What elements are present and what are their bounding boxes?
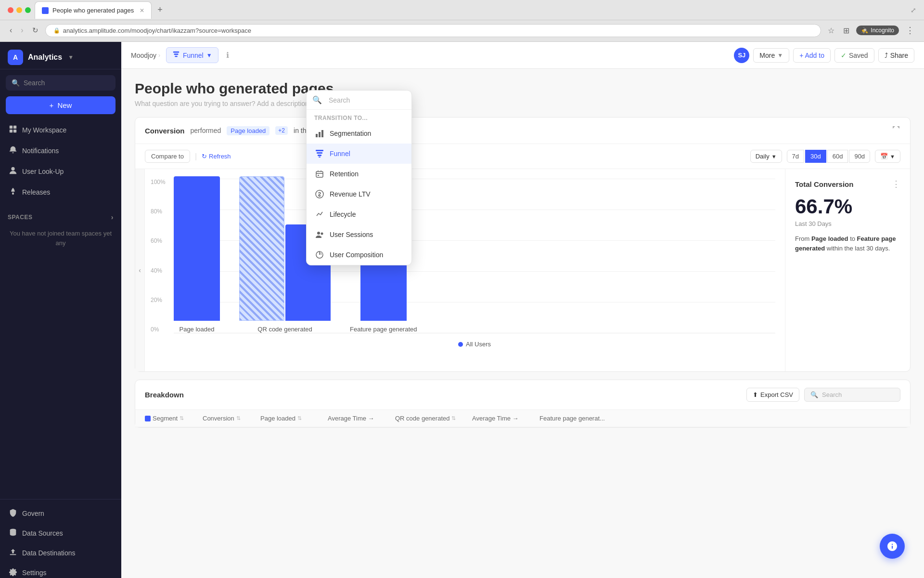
add-to-label: + Add to xyxy=(799,52,824,59)
chart-type-button[interactable]: Funnel ▼ xyxy=(166,47,218,63)
minimize-window-btn[interactable] xyxy=(16,7,22,13)
refresh-button[interactable]: ↻ Refresh xyxy=(202,153,231,160)
period-7d[interactable]: 7d xyxy=(787,150,804,163)
info-button[interactable]: ℹ xyxy=(224,49,231,62)
amplitude-fab[interactable] xyxy=(880,534,905,559)
legend-item-all-users: All Users xyxy=(458,341,491,348)
export-icon: ⬆ xyxy=(753,391,758,398)
new-tab-btn[interactable]: + xyxy=(155,5,165,15)
address-bar[interactable]: 🔒 analytics.amplitude.com/moodjoy/chart/… xyxy=(45,24,821,37)
share-button[interactable]: ⤴ Share xyxy=(878,48,914,63)
add-to-button[interactable]: + Add to xyxy=(793,48,831,63)
dropdown-search-icon: 🔍 xyxy=(312,95,322,105)
event-info: performed xyxy=(191,127,221,134)
dropdown-item-revenue-ltv[interactable]: Revenue LTV xyxy=(307,184,411,204)
more-chevron-icon: ▼ xyxy=(777,52,783,59)
period-60d[interactable]: 60d xyxy=(827,150,848,163)
period-chevron-icon: ▼ xyxy=(771,154,777,159)
dropdown-section-title: Transition to... xyxy=(307,110,411,123)
sidebar-item-settings[interactable]: Settings xyxy=(4,563,117,578)
dropdown-item-user-sessions[interactable]: User Sessions xyxy=(307,224,411,245)
refresh-btn[interactable]: ↻ xyxy=(30,24,40,37)
menu-btn[interactable]: ⋮ xyxy=(904,23,916,38)
stats-panel: Total Conversion ⋮ 66.7% Last 30 Days Fr… xyxy=(785,169,910,371)
sidebar-item-releases[interactable]: Releases xyxy=(4,182,117,202)
stats-more-button[interactable]: ⋮ xyxy=(892,179,900,189)
dropdown-search-input[interactable] xyxy=(326,96,410,104)
address-bar-row: ‹ › ↻ 🔒 analytics.amplitude.com/moodjoy/… xyxy=(0,20,924,42)
traffic-lights xyxy=(8,7,31,13)
conversion-label: Conversion xyxy=(145,127,185,135)
spaces-header[interactable]: SPACES › xyxy=(6,211,116,223)
collapse-arrow[interactable]: ‹ xyxy=(135,169,145,371)
period-30d[interactable]: 30d xyxy=(805,150,826,163)
sort-icon: ⇅ xyxy=(180,415,184,421)
period-options: 7d 30d 60d 90d xyxy=(787,150,871,163)
expand-btn[interactable] xyxy=(892,125,900,136)
export-csv-button[interactable]: ⬆ Export CSV xyxy=(746,388,799,402)
event-tag[interactable]: Page loaded xyxy=(227,126,270,135)
new-button[interactable]: + New xyxy=(6,96,116,114)
date-range-button[interactable]: 📅 ▼ xyxy=(875,150,900,163)
plus-icon: + xyxy=(50,101,54,109)
dropdown-item-lifecycle[interactable]: Lifecycle xyxy=(307,204,411,224)
bar-page-loaded[interactable] xyxy=(174,176,220,321)
separator: | xyxy=(195,152,197,161)
sidebar-item-my-workspace[interactable]: My Workspace xyxy=(4,120,117,140)
th-avg-time-1[interactable]: Average Time → xyxy=(328,415,395,422)
more-button[interactable]: More ▼ xyxy=(753,48,789,63)
sidebar-item-user-lookup[interactable]: User Look-Up xyxy=(4,161,117,181)
rocket-icon xyxy=(9,187,17,197)
expand-btn[interactable]: ⤢ xyxy=(911,6,916,14)
maximize-window-btn[interactable] xyxy=(25,7,31,13)
th-avg-time-2[interactable]: Average Time → xyxy=(472,415,539,422)
sidebar-item-data-destinations[interactable]: Data Destinations xyxy=(4,543,117,563)
extension-btn[interactable]: ⊞ xyxy=(841,24,851,37)
tab-close-icon[interactable]: ✕ xyxy=(140,7,144,14)
back-btn[interactable]: ‹ xyxy=(8,24,14,37)
bell-icon xyxy=(9,145,17,156)
th-segment[interactable]: Segment ⇅ xyxy=(145,415,203,422)
period-selector[interactable]: Daily ▼ xyxy=(750,150,782,163)
funnel-icon xyxy=(314,148,325,159)
bar-qr-stripe[interactable] xyxy=(239,176,284,321)
chart-area: 100% 80% 60% 40% 20% 0% xyxy=(145,169,785,371)
svg-rect-17 xyxy=(318,175,319,176)
svg-rect-16 xyxy=(316,171,323,177)
sidebar-search-area: 🔍 Search xyxy=(0,69,121,94)
legend-dot xyxy=(458,342,463,347)
breadcrumb-project[interactable]: Moodjoy › xyxy=(131,52,160,59)
chart-card: Conversion performed Page loaded +2 in t… xyxy=(135,117,911,372)
segmentation-icon xyxy=(314,128,325,139)
user-sessions-icon xyxy=(314,229,325,240)
table-search-input[interactable]: 🔍 Search xyxy=(804,388,900,402)
forward-btn[interactable]: › xyxy=(19,24,25,37)
th-qr-generated[interactable]: QR code generated ⇅ xyxy=(395,415,472,422)
browser-tab[interactable]: People who generated pages ✕ xyxy=(35,1,152,19)
th-page-loaded[interactable]: Page loaded ⇅ xyxy=(260,415,328,422)
bookmark-btn[interactable]: ☆ xyxy=(826,24,836,37)
saved-button[interactable]: ✓ Saved xyxy=(834,48,874,63)
chart-type-label: Funnel xyxy=(183,52,204,59)
user-composition-icon xyxy=(314,250,325,260)
sidebar-item-govern[interactable]: Govern xyxy=(4,503,117,523)
sidebar-item-label: User Look-Up xyxy=(22,168,64,175)
dropdown-item-retention[interactable]: Retention xyxy=(307,164,411,184)
search-input[interactable]: 🔍 Search xyxy=(6,75,116,91)
sidebar-item-data-sources[interactable]: Data Sources xyxy=(4,523,117,543)
th-conversion[interactable]: Conversion ⇅ xyxy=(203,415,260,422)
close-window-btn[interactable] xyxy=(8,7,13,13)
sidebar-item-notifications[interactable]: Notifications xyxy=(4,141,117,160)
th-feature-generated[interactable]: Feature page generat... xyxy=(539,415,626,422)
svg-rect-0 xyxy=(10,126,13,129)
period-90d[interactable]: 90d xyxy=(849,150,870,163)
event-count-badge[interactable]: +2 xyxy=(275,126,288,135)
breakdown-card: Breakdown ⬆ Export CSV 🔍 Search xyxy=(135,380,911,428)
sidebar-item-label: Settings xyxy=(22,569,47,577)
compare-to-button[interactable]: Compare to xyxy=(145,150,190,163)
dropdown-item-user-composition[interactable]: User Composition xyxy=(307,245,411,265)
incognito-badge: 🕵 Incognito xyxy=(856,26,899,35)
checkmark-icon: ✓ xyxy=(841,52,847,59)
dropdown-item-funnel[interactable]: Funnel xyxy=(307,144,411,164)
dropdown-item-segmentation[interactable]: Segmentation xyxy=(307,123,411,144)
